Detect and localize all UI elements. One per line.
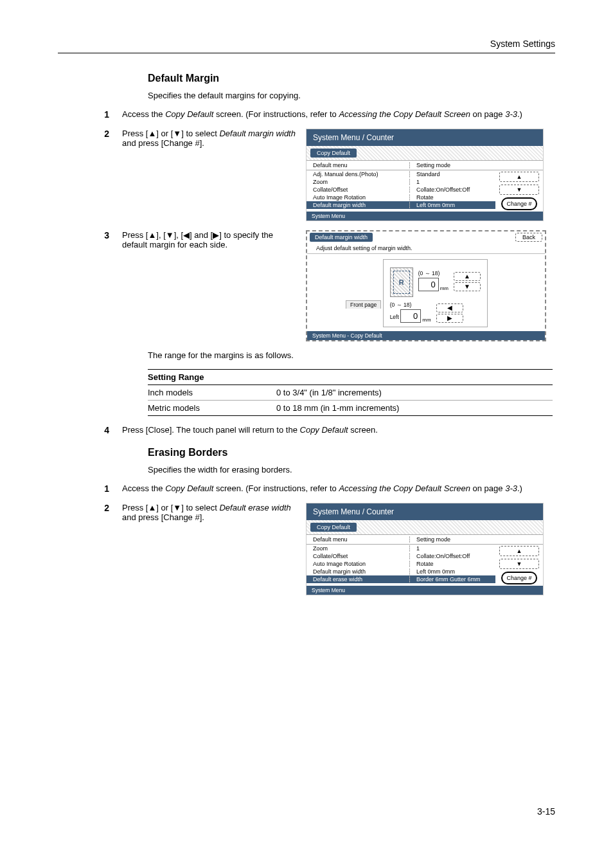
step-1-text: Access the Copy Default screen. (For ins…	[122, 109, 555, 119]
step-2-text: Press [▲] or [▼] to select Default margi…	[122, 129, 306, 148]
list-item[interactable]: Collate/OffsetCollate:On/Offset:Off	[306, 186, 495, 194]
decrease-button[interactable]: ▼	[454, 282, 481, 291]
scroll-down-button[interactable]: ▼	[499, 185, 539, 195]
column-setting-mode: Setting mode	[409, 536, 498, 543]
step-1-text: Access the Copy Default screen. (For ins…	[122, 484, 555, 493]
range-label: (0 ～ 18)	[418, 270, 449, 278]
range-intro: The range for the margins is as follows.	[148, 350, 555, 360]
window-title: System Menu / Counter	[306, 503, 543, 520]
list-item[interactable]: Auto Image RotationRotate	[306, 194, 495, 201]
list-item[interactable]: Default margin widthLeft 0mm 0mm	[306, 568, 495, 575]
tab-copy-default[interactable]: Copy Default	[310, 523, 357, 532]
heading-default-margin: Default Margin	[148, 73, 555, 84]
list-item[interactable]: Auto Image RotationRotate	[306, 560, 495, 568]
scroll-up-button[interactable]: ▲	[499, 172, 539, 182]
running-head: System Settings	[58, 39, 555, 53]
intro-default-margin: Specifies the default margins for copyin…	[148, 91, 555, 100]
list-item[interactable]: Collate/OffsetCollate:On/Offset:Off	[306, 552, 495, 560]
list-item[interactable]: Zoom1	[306, 545, 495, 552]
screenshot-margin-width-dialog: Default margin width Back Adjust default…	[306, 230, 546, 341]
change-button[interactable]: Change #	[501, 572, 537, 584]
breadcrumb: System Menu	[306, 586, 543, 595]
list-item[interactable]: Zoom1	[306, 178, 495, 186]
table-row: Metric models 0 to 18 mm (in 1-mm increm…	[148, 400, 553, 415]
step-number: 3	[58, 230, 122, 240]
right-button[interactable]: ▶	[436, 314, 463, 323]
list-item[interactable]: Adj. Manual dens.(Photo)Standard	[306, 170, 495, 178]
list-item-selected[interactable]: Default margin widthLeft 0mm 0mm	[306, 201, 495, 209]
margin-top-value: 0	[418, 278, 439, 291]
back-button[interactable]: Back	[515, 233, 542, 242]
window-title: System Menu / Counter	[306, 129, 543, 146]
breadcrumb: System Menu	[306, 212, 543, 221]
left-button[interactable]: ◀	[436, 303, 463, 312]
dialog-subtitle: Adjust default setting of margin width.	[307, 243, 545, 254]
list-item-selected[interactable]: Default erase widthBorder 6mm Gutter 6mm	[306, 575, 495, 583]
step-2-text: Press [▲] or [▼] to select Default erase…	[122, 503, 306, 522]
step-number: 2	[58, 503, 122, 513]
step-number: 1	[58, 109, 122, 120]
step-3-text: Press [▲], [▼], [◀] and [▶] to specify t…	[122, 230, 306, 249]
table-header: Setting Range	[148, 370, 553, 385]
page-number: 3-15	[537, 806, 555, 817]
setting-range-table: Setting Range Inch models 0 to 3/4" (in …	[148, 369, 553, 416]
intro-erasing-borders: Specifies the width for erasing borders.	[148, 465, 555, 475]
range-label: (0 ～ 18)	[390, 302, 431, 309]
change-button[interactable]: Change #	[501, 197, 537, 210]
step-number: 1	[58, 484, 122, 494]
column-default-menu: Default menu	[306, 162, 409, 168]
column-default-menu: Default menu	[306, 536, 409, 543]
left-label: Left	[390, 314, 399, 320]
scroll-down-button[interactable]: ▼	[499, 559, 539, 569]
heading-erasing-borders: Erasing Borders	[148, 447, 555, 458]
breadcrumb: System Menu - Copy Default	[307, 331, 545, 340]
screenshot-copy-default-1: System Menu / Counter Copy Default Defau…	[306, 129, 544, 221]
column-setting-mode: Setting mode	[409, 162, 498, 168]
step-number: 2	[58, 129, 122, 139]
scroll-up-button[interactable]: ▲	[499, 546, 539, 556]
screenshot-copy-default-2: System Menu / Counter Copy Default Defau…	[306, 503, 544, 595]
dialog-title: Default margin width	[310, 233, 373, 242]
increase-button[interactable]: ▲	[454, 272, 481, 281]
table-row: Inch models 0 to 3/4" (in 1/8" increment…	[148, 385, 553, 400]
front-page-label: Front page	[346, 300, 381, 309]
step-4-text: Press [Close]. The touch panel will retu…	[122, 425, 555, 435]
step-number: 4	[58, 425, 122, 435]
margin-left-value: 0	[400, 309, 421, 323]
page-icon	[390, 267, 413, 297]
tab-copy-default[interactable]: Copy Default	[310, 149, 357, 158]
